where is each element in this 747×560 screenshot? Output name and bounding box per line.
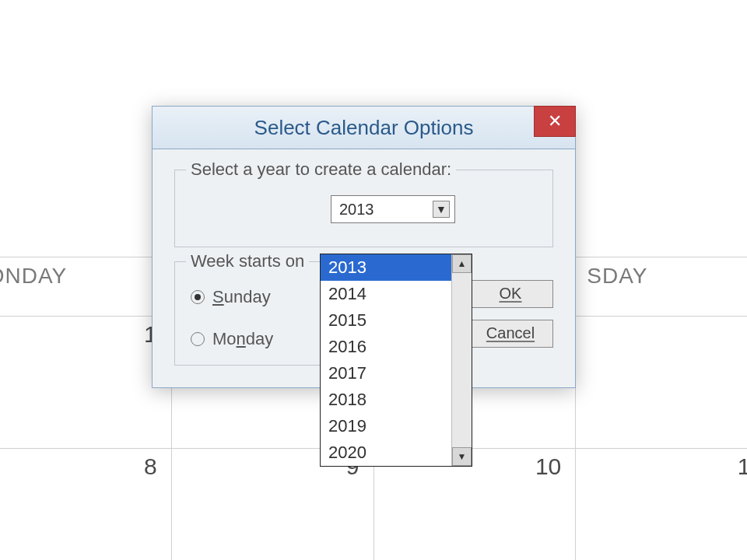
calendar-cell[interactable]: 11	[576, 449, 747, 561]
radio-sunday-label: Sunday	[212, 287, 271, 307]
cancel-button[interactable]: Cancel	[468, 320, 553, 348]
scroll-up-icon[interactable]: ▲	[452, 254, 472, 273]
dialog-title: Select Calendar Options	[254, 116, 474, 140]
dialog-titlebar[interactable]: Select Calendar Options ✕	[152, 106, 576, 149]
close-icon: ✕	[548, 113, 562, 130]
year-option[interactable]: 2019	[321, 413, 451, 439]
week-group-label: Week starts on	[186, 251, 309, 271]
radio-dot-icon	[191, 332, 205, 346]
year-option[interactable]: 2017	[321, 360, 451, 387]
chevron-down-icon[interactable]: ▼	[433, 201, 450, 218]
year-option[interactable]: 2014	[321, 281, 451, 307]
calendar-cell[interactable]: 1	[0, 317, 171, 449]
year-option[interactable]: 2015	[321, 307, 451, 334]
year-combobox[interactable]: 2013 ▼	[331, 195, 455, 223]
radio-monday-label: Monday	[212, 329, 273, 349]
dropdown-scrollbar[interactable]: ▲ ▼	[451, 254, 472, 466]
year-option[interactable]: 2020	[321, 439, 451, 466]
year-option[interactable]: 2016	[321, 334, 451, 360]
radio-dot-icon	[191, 290, 205, 304]
year-option[interactable]: 2013	[321, 254, 451, 281]
calendar-cell[interactable]: 4	[576, 317, 747, 449]
calendar-cell[interactable]: 8	[0, 449, 171, 561]
year-dropdown-list[interactable]: 20132014201520162017201820192020 ▲ ▼	[320, 254, 472, 467]
ok-button[interactable]: OK	[468, 280, 553, 308]
year-option[interactable]: 2018	[321, 387, 451, 413]
year-groupbox: Select a year to create a calendar: 2013…	[174, 170, 553, 247]
close-button[interactable]: ✕	[534, 106, 576, 137]
weekday-header: SDAY	[576, 257, 747, 317]
weekday-header: IONDAY	[0, 257, 171, 317]
year-group-label: Select a year to create a calendar:	[186, 159, 456, 180]
year-selected-value: 2013	[339, 201, 374, 219]
scroll-down-icon[interactable]: ▼	[452, 447, 472, 466]
